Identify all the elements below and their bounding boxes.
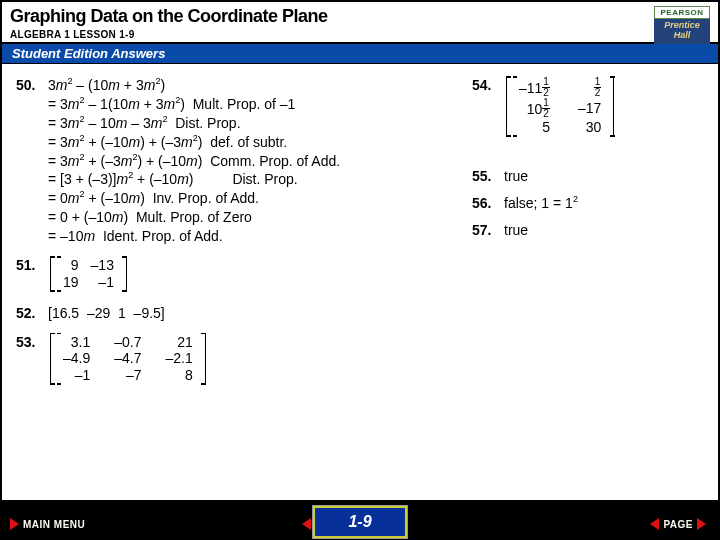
q50-line1: = 3m2 – 1(10m + 3m2) Mult. Prop. of –1	[48, 95, 340, 114]
q50-number: 50.	[16, 76, 48, 95]
q55-number: 55.	[472, 167, 504, 186]
lesson-number-box: 1-9	[313, 506, 407, 538]
q51-number: 51.	[16, 256, 48, 275]
page-subtitle: ALGEBRA 1 LESSON 1-9	[10, 29, 710, 40]
q51-matrix: 9 –13 19 –1	[50, 256, 127, 292]
question-51: 51. 9 –13 19 –1	[16, 256, 446, 292]
q54-number: 54.	[472, 76, 504, 95]
page-prev-icon[interactable]	[650, 518, 659, 530]
pearson-label: PEARSON	[654, 6, 710, 19]
q52-number: 52.	[16, 304, 48, 323]
question-50: 50. 3m2 – (10m + 3m2) = 3m2 – 1(10m + 3m…	[16, 76, 446, 246]
q56-number: 56.	[472, 194, 504, 213]
q54-r1c1: –17	[556, 98, 607, 119]
q57-number: 57.	[472, 221, 504, 240]
q50-line6: = 0m2 + (–10m) Inv. Prop. of Add.	[48, 189, 340, 208]
q50-line5: = [3 + (–3)]m2 + (–10m) Dist. Prop.	[48, 170, 340, 189]
q52-row-matrix: [16.5 –29 1 –9.5]	[48, 304, 165, 323]
question-55: 55. true	[472, 167, 698, 186]
q50-line0: 3m2 – (10m + 3m2)	[48, 76, 340, 95]
q50-line7: = 0 + (–10m) Mult. Prop. of Zero	[48, 208, 340, 227]
prentice-hall-label: Prentice Hall	[654, 19, 710, 44]
section-bar: Student Edition Answers	[2, 44, 718, 64]
page-title: Graphing Data on the Coordinate Plane	[10, 6, 710, 27]
question-53: 53. 3.1–0.721 –4.9–4.7–2.1 –1–78	[16, 333, 446, 385]
q54-r2c0: 5	[513, 119, 556, 136]
main-menu-icon[interactable]	[10, 518, 19, 530]
q55-answer: true	[504, 167, 528, 186]
q54-matrix: –1112 12 1012 –17 5 30	[506, 76, 614, 137]
q50-line2: = 3m2 – 10m – 3m2 Dist. Prop.	[48, 114, 340, 133]
question-56: 56. false; 1 = 12	[472, 194, 698, 213]
q54-r0c1: 12	[556, 77, 607, 98]
question-54: 54. –1112 12 1012 –17 5	[472, 76, 698, 137]
question-52: 52. [16.5 –29 1 –9.5]	[16, 304, 446, 323]
main-menu-button[interactable]: MAIN MENU	[23, 519, 85, 530]
publisher-logo: PEARSON Prentice Hall	[654, 6, 710, 44]
q56-answer: false; 1 = 12	[504, 194, 578, 213]
q53-matrix: 3.1–0.721 –4.9–4.7–2.1 –1–78	[50, 333, 206, 385]
bottom-nav: MAIN MENU LESSON PAGE 1-9	[0, 500, 720, 540]
q57-answer: true	[504, 221, 528, 240]
q50-line8: = –10m Ident. Prop. of Add.	[48, 227, 340, 246]
page-label: PAGE	[663, 519, 693, 530]
q53-number: 53.	[16, 333, 48, 352]
q54-r0c0: –1112	[513, 77, 556, 98]
lesson-prev-icon[interactable]	[302, 518, 311, 530]
q54-r2c1: 30	[556, 119, 607, 136]
q50-line3: = 3m2 + (–10m) + (–3m2) def. of subtr.	[48, 133, 340, 152]
content-area: 50. 3m2 – (10m + 3m2) = 3m2 – 1(10m + 3m…	[2, 64, 718, 88]
q54-r1c0: 1012	[513, 98, 556, 119]
page-next-icon[interactable]	[697, 518, 706, 530]
q50-line4: = 3m2 + (–3m2) + (–10m) Comm. Prop. of A…	[48, 152, 340, 171]
title-bar: Graphing Data on the Coordinate Plane AL…	[2, 2, 718, 44]
question-57: 57. true	[472, 221, 698, 240]
